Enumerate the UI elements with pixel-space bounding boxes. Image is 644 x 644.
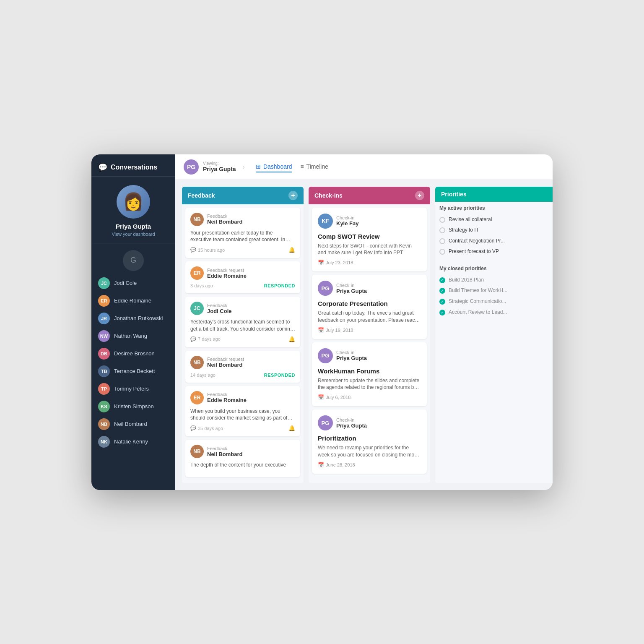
checkin-type: Check-in — [336, 417, 367, 422]
card-user-name: Neil Bombard — [207, 362, 244, 368]
viewing-label: Viewing: Priya Gupta — [203, 161, 236, 172]
conversations-icon: 💬 — [98, 163, 107, 172]
card-footer: 💬 7 days ago 🔔 — [190, 336, 295, 342]
main-content: PG Viewing: Priya Gupta › ⊞ Dashboard ≡ … — [175, 154, 553, 490]
sidebar-contact-item[interactable]: NK Natalie Kenny — [91, 433, 175, 451]
sidebar-contact-item[interactable]: NW Nathan Wang — [91, 327, 175, 345]
closed-priority-item[interactable]: ✓ Build Themes for WorkH... — [439, 285, 553, 296]
checkins-add-button[interactable]: + — [415, 191, 424, 200]
checkin-date: 📅 July 6, 2018 — [318, 394, 421, 400]
sidebar-profile: 👩 Priya Gupta View your dashboard — [91, 177, 175, 243]
active-priorities-section: My active priorities Revise all collater… — [439, 205, 553, 257]
sidebar-contact-item[interactable]: TB Terrance Beckett — [91, 362, 175, 380]
card-time: 3 days ago — [190, 283, 213, 288]
priorities-column-title: Priorities — [441, 191, 467, 198]
contact-avatar: ER — [98, 295, 110, 307]
profile-avatar: 👩 — [117, 185, 150, 219]
active-priority-item[interactable]: Revise all collateral — [439, 214, 553, 225]
contact-avatar: TP — [98, 383, 110, 395]
card-type: Feedback — [207, 214, 243, 219]
checkin-desc: Great catch up today. The exec's had gre… — [318, 310, 421, 324]
viewing-text: Viewing: — [203, 161, 236, 166]
profile-dashboard-link[interactable]: View your dashboard — [112, 232, 155, 237]
checkin-avatar: KF — [318, 214, 333, 229]
feedback-card[interactable]: NB Feedback Neil Bombard The depth of th… — [185, 440, 300, 477]
chevron-right-icon: › — [243, 163, 245, 171]
contact-name: Jodi Cole — [114, 280, 137, 286]
card-time: 💬 7 days ago — [190, 336, 221, 342]
feedback-card[interactable]: JC Feedback Jodi Cole Yesterday's cross … — [185, 297, 300, 347]
closed-priority-item-text: Account Review to Lead... — [449, 309, 507, 316]
closed-priority-item[interactable]: ✓ Build 2018 Plan — [439, 275, 553, 286]
sidebar-header: 💬 Conversations — [91, 154, 175, 177]
card-user-name: Neil Bombard — [207, 451, 243, 457]
tab-timeline[interactable]: ≡ Timeline — [300, 162, 328, 172]
checkin-desc: We need to revamp your priorities for th… — [318, 444, 421, 459]
sidebar-contact-item[interactable]: DB Desiree Brosnon — [91, 345, 175, 362]
feedback-add-button[interactable]: + — [288, 191, 298, 200]
checkin-title: Prioritization — [318, 435, 421, 442]
card-body-text: Your presentation earlier today to the e… — [190, 229, 295, 244]
checkins-column-title: Check-ins — [314, 192, 343, 199]
contact-name: Neil Bombard — [114, 421, 147, 427]
checkins-column-header: Check-ins + — [309, 187, 430, 204]
sidebar-contact-item[interactable]: TP Tommy Peters — [91, 380, 175, 398]
priority-circle — [439, 227, 445, 233]
sidebar-contact-item[interactable]: JR Jonathan Rutkowski — [91, 310, 175, 327]
active-priorities-title: My active priorities — [439, 205, 553, 211]
bell-icon: 🔔 — [288, 336, 295, 342]
dashboard-icon: ⊞ — [256, 163, 261, 170]
checkin-card[interactable]: PG Check-in Priya Gupta WorkHuman Forums… — [312, 342, 427, 407]
card-header-row: NB Feedback request Neil Bombard — [190, 356, 295, 369]
card-time: 💬 15 hours ago — [190, 247, 225, 253]
checkin-desc: Remember to update the slides and comple… — [318, 377, 421, 391]
card-user-avatar: NB — [190, 445, 204, 458]
card-user-name: Neil Bombard — [207, 219, 243, 225]
priority-item-text: Present forecast to VP — [449, 248, 499, 255]
card-user-info: Feedback Neil Bombard — [207, 214, 243, 225]
feedback-card[interactable]: ER Feedback request Eddie Romaine 3 days… — [185, 261, 300, 293]
checkin-header-row: PG Check-in Priya Gupta — [318, 415, 421, 430]
tab-dashboard[interactable]: ⊞ Dashboard — [256, 162, 292, 172]
priorities-column-body: My active priorities Revise all collater… — [435, 202, 553, 483]
checkin-user-name: Priya Gupta — [336, 355, 367, 361]
active-priority-item[interactable]: Contract Negotiation Pr... — [439, 236, 553, 247]
closed-priority-item[interactable]: ✓ Account Review to Lead... — [439, 307, 553, 318]
checkin-date: 📅 July 23, 2018 — [318, 260, 421, 266]
contact-name: Nathan Wang — [114, 333, 147, 339]
checkin-avatar: PG — [318, 348, 333, 363]
card-header-row: NB Feedback Neil Bombard — [190, 445, 295, 458]
comment-icon: 💬 — [190, 247, 196, 253]
active-priority-item[interactable]: Present forecast to VP — [439, 246, 553, 257]
feedback-card[interactable]: NB Feedback Neil Bombard Your presentati… — [185, 208, 300, 258]
checkin-user-info: Check-in Kyle Fay — [336, 215, 358, 227]
sidebar-contact-item[interactable]: KS Kristen Simpson — [91, 398, 175, 415]
sidebar-contacts-list: G JC Jodi Cole ER Eddie Romaine JR Jonat… — [91, 243, 175, 482]
priorities-column-header: Priorities — [435, 187, 553, 202]
sidebar-contact-item[interactable]: ER Eddie Romaine — [91, 292, 175, 310]
contact-avatar: JC — [98, 277, 110, 289]
checkin-title: Comp SWOT Review — [318, 233, 421, 240]
checkin-card[interactable]: KF Check-in Kyle Fay Comp SWOT Review Ne… — [312, 208, 427, 272]
priority-check-icon: ✓ — [439, 288, 445, 294]
feedback-column-header: Feedback + — [182, 187, 304, 204]
checkin-header-row: PG Check-in Priya Gupta — [318, 281, 421, 296]
feedback-card[interactable]: NB Feedback request Neil Bombard 14 days… — [185, 351, 300, 383]
card-user-info: Feedback Jodi Cole — [207, 303, 232, 314]
contact-avatar: DB — [98, 348, 110, 360]
sidebar-contact-item[interactable]: JC Jodi Cole — [91, 274, 175, 292]
closed-priority-item-text: Strategic Communicatio... — [449, 298, 506, 305]
active-priority-item[interactable]: Strategy to IT — [439, 225, 553, 236]
checkin-desc: Next steps for SWOT - connect with Kevin… — [318, 242, 421, 257]
columns-area: Feedback + NB Feedback Neil Bombard Your… — [175, 180, 553, 490]
checkin-card[interactable]: PG Check-in Priya Gupta Corporate Presen… — [312, 275, 427, 339]
closed-priority-item-text: Build 2018 Plan — [449, 277, 484, 284]
sidebar-contact-item[interactable]: NB Neil Bombard — [91, 415, 175, 433]
contact-name: Terrance Beckett — [114, 368, 155, 374]
checkin-date: 📅 July 19, 2018 — [318, 327, 421, 333]
timeline-icon: ≡ — [300, 163, 304, 170]
closed-priority-item[interactable]: ✓ Strategic Communicatio... — [439, 296, 553, 307]
checkin-type: Check-in — [336, 350, 367, 355]
checkin-card[interactable]: PG Check-in Priya Gupta Prioritization W… — [312, 409, 427, 474]
feedback-card[interactable]: ER Feedback Eddie Romaine When you build… — [185, 386, 300, 437]
